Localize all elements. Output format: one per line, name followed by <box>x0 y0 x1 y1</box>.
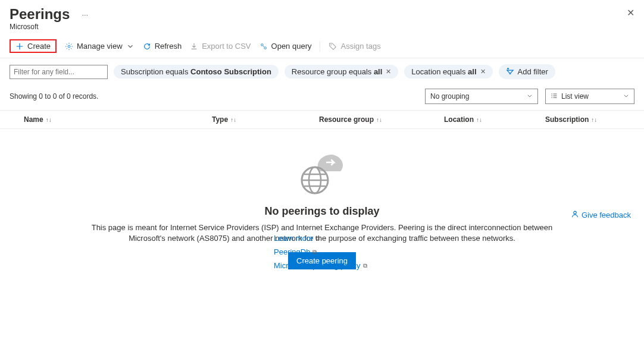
external-link-icon: ⧉ <box>312 249 317 256</box>
refresh-button[interactable]: Refresh <box>143 42 182 51</box>
status-row: Showing 0 to 0 of 0 records. No grouping… <box>0 85 644 110</box>
svg-point-3 <box>331 44 332 45</box>
create-label: Create <box>27 42 51 51</box>
column-type[interactable]: Type↑↓ <box>212 115 319 124</box>
filter-pill-resource-group[interactable]: Resource group equals all ✕ <box>285 65 399 79</box>
grouping-dropdown[interactable]: No grouping <box>425 89 538 104</box>
list-icon <box>551 92 558 101</box>
empty-state: No peerings to display This page is mean… <box>0 129 644 276</box>
svg-point-0 <box>68 45 70 48</box>
give-feedback-link[interactable]: Give feedback <box>571 210 631 220</box>
plus-icon <box>15 42 24 51</box>
sort-icon: ↑↓ <box>376 117 382 123</box>
query-icon <box>260 42 268 51</box>
column-location[interactable]: Location↑↓ <box>444 115 545 124</box>
add-filter-icon <box>506 67 514 77</box>
chevron-down-icon <box>126 42 135 51</box>
remove-filter-icon[interactable]: ✕ <box>386 68 391 76</box>
filter-pill-location[interactable]: Location equals all ✕ <box>404 65 492 79</box>
add-filter-label: Add filter <box>518 67 548 76</box>
pill-label: Location equals all <box>411 67 476 76</box>
pill-label: Subscription equals Contoso Subscription <box>121 67 271 76</box>
column-resource-group[interactable]: Resource group↑↓ <box>319 115 444 124</box>
toolbar-separator <box>320 41 320 52</box>
column-name[interactable]: Name↑↓ <box>10 115 212 124</box>
empty-illustration <box>292 146 352 199</box>
open-query-label: Open query <box>271 42 312 51</box>
svg-point-2 <box>264 46 266 49</box>
feedback-icon <box>571 210 579 220</box>
column-subscription[interactable]: Subscription↑↓ <box>545 115 629 124</box>
record-count: Showing 0 to 0 of 0 records. <box>10 92 98 101</box>
tag-icon <box>329 42 337 51</box>
sort-icon: ↑↓ <box>476 117 482 123</box>
svg-point-6 <box>574 212 576 214</box>
export-csv-button: Export to CSV <box>190 42 251 51</box>
create-button[interactable]: Create <box>10 39 57 53</box>
close-icon[interactable]: ✕ <box>627 7 634 18</box>
download-icon <box>190 42 198 51</box>
refresh-label: Refresh <box>155 42 182 51</box>
assign-tags-button: Assign tags <box>329 42 380 51</box>
sort-icon: ↑↓ <box>230 117 236 123</box>
filter-pill-subscription[interactable]: Subscription equals Contoso Subscription <box>114 65 279 79</box>
empty-description: This page is meant for Internet Service … <box>78 222 566 244</box>
view-dropdown[interactable]: List view <box>545 89 634 104</box>
refresh-icon <box>143 42 151 51</box>
toolbar: Create Manage view Refresh Export to CSV… <box>0 33 644 58</box>
feedback-label: Give feedback <box>582 211 631 219</box>
open-query-button[interactable]: Open query <box>260 42 312 51</box>
external-link-icon: ⧉ <box>315 235 320 242</box>
page-subtitle: Microsoft <box>10 23 634 31</box>
pill-label: Resource group equals all <box>292 67 383 76</box>
blade-header: Peerings ··· Microsoft ✕ <box>0 0 644 33</box>
export-csv-label: Export to CSV <box>202 42 251 51</box>
peeringdb-link[interactable]: PeeringDb⧉ <box>274 247 317 256</box>
sort-icon: ↑↓ <box>591 117 597 123</box>
table-header: Name↑↓ Type↑↓ Resource group↑↓ Location↑… <box>0 110 644 129</box>
chevron-down-icon <box>623 92 629 101</box>
add-filter-button[interactable]: Add filter <box>499 64 555 79</box>
peering-policy-link[interactable]: Microsoft's peering policy⧉ <box>274 261 367 270</box>
grouping-value: No grouping <box>430 92 469 101</box>
manage-view-label: Manage view <box>77 42 123 51</box>
manage-view-button[interactable]: Manage view <box>65 42 135 51</box>
assign-tags-label: Assign tags <box>340 42 380 51</box>
filter-bar: Subscription equals Contoso Subscription… <box>0 58 644 85</box>
page-title: Peerings <box>10 6 70 23</box>
view-value: List view <box>561 92 589 101</box>
learn-more-link[interactable]: Learn more⧉ <box>274 234 320 243</box>
filter-input[interactable] <box>10 65 108 79</box>
external-link-icon: ⧉ <box>363 262 367 269</box>
sort-icon: ↑↓ <box>46 117 52 123</box>
more-icon[interactable]: ··· <box>82 10 88 19</box>
svg-point-1 <box>261 43 263 46</box>
chevron-down-icon <box>527 92 533 101</box>
remove-filter-icon[interactable]: ✕ <box>480 68 486 76</box>
gear-icon <box>65 42 73 51</box>
